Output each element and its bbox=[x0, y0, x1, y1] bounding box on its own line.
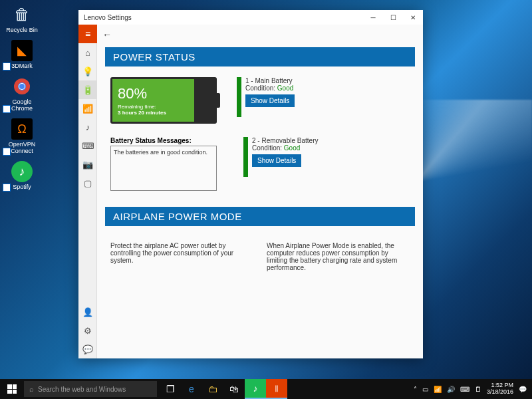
task-view-icon[interactable]: ❐ bbox=[160, 379, 181, 399]
taskbar-explorer-icon[interactable]: 🗀 bbox=[202, 379, 223, 399]
status-messages-label: Battery Status Messages: bbox=[110, 137, 223, 144]
tray-battery-icon[interactable]: ▭ bbox=[422, 386, 428, 393]
show-details-button-removable[interactable]: Show Details bbox=[252, 154, 301, 167]
clock[interactable]: 1:52 PM 3/18/2016 bbox=[487, 382, 513, 396]
system-tray: ˄ ▭ 📶 🔊 ⌨ 🗒 1:52 PM 3/18/2016 💬 bbox=[408, 382, 532, 396]
sidebar-tips-icon[interactable]: 💡 bbox=[78, 62, 97, 80]
sidebar-power-icon[interactable]: 🔋 bbox=[78, 80, 97, 99]
battery-percent: 80% bbox=[118, 85, 189, 102]
desktop-icon-openvpn[interactable]: Ω OpenVPN Connect bbox=[3, 117, 41, 156]
search-icon: ⌕ bbox=[29, 385, 34, 393]
taskbar-lenovo-icon[interactable]: ⦀ bbox=[266, 379, 287, 399]
start-button[interactable] bbox=[0, 379, 24, 399]
svg-point-3 bbox=[19, 84, 25, 89]
clock-date: 3/18/2016 bbox=[487, 389, 513, 396]
condition-value: Good bbox=[277, 84, 293, 92]
sidebar-input-icon[interactable]: ⌨ bbox=[78, 136, 97, 155]
sidebar-home-icon[interactable]: ⌂ bbox=[78, 43, 97, 62]
battery-remaining-time: 3 hours 20 minutes bbox=[118, 110, 189, 116]
content-area: ← POWER STATUS 80% Remaining time: 3 hou… bbox=[97, 25, 423, 358]
main-battery-info: 1 - Main Battery Condition: Good Show De… bbox=[237, 77, 295, 124]
desktop-icon-3dmark[interactable]: ◣ 3DMark bbox=[3, 39, 41, 70]
main-battery-title: 1 - Main Battery bbox=[245, 77, 295, 84]
chrome-icon bbox=[11, 76, 33, 97]
app-window: Lenovo Settings ─ ☐ ✕ ≡ ⌂ 💡 🔋 📶 ♪ ⌨ 📷 ▢ … bbox=[78, 10, 423, 358]
search-box[interactable]: ⌕ Search the web and Windows bbox=[24, 381, 157, 397]
desktop-icon-chrome[interactable]: Google Chrome bbox=[3, 74, 41, 113]
airplane-desc-left: Protect the airplane AC power outlet by … bbox=[110, 242, 253, 271]
condition-value: Good bbox=[284, 144, 300, 152]
status-messages-text: The batteries are in good condition. bbox=[114, 149, 207, 156]
section-header-power: POWER STATUS bbox=[105, 47, 415, 66]
sidebar-network-icon[interactable]: 📶 bbox=[78, 99, 97, 118]
section-header-airplane: AIRPLANE POWER MODE bbox=[105, 207, 415, 226]
close-button[interactable]: ✕ bbox=[403, 10, 423, 25]
sidebar-settings-icon[interactable]: ⚙ bbox=[78, 321, 97, 340]
desktop-icon-label: Spotify bbox=[13, 184, 31, 190]
airplane-desc-right: When Airplane Power Mode is enabled, the… bbox=[267, 242, 410, 271]
condition-label: Condition: bbox=[252, 144, 284, 152]
battery-remaining-label: Remaining time: bbox=[118, 104, 189, 110]
sidebar-camera-icon[interactable]: 📷 bbox=[78, 155, 97, 174]
minimize-button[interactable]: ─ bbox=[363, 10, 383, 25]
3dmark-icon: ◣ bbox=[11, 40, 33, 61]
taskbar-edge-icon[interactable]: e bbox=[181, 379, 202, 399]
show-details-button-main[interactable]: Show Details bbox=[245, 94, 295, 107]
removable-battery-title: 2 - Removable Battery bbox=[252, 137, 319, 144]
taskbar-store-icon[interactable]: 🛍 bbox=[223, 379, 245, 399]
desktop-icon-label: Recycle Bin bbox=[6, 27, 38, 33]
tray-chevron-icon[interactable]: ˄ bbox=[414, 386, 417, 393]
sidebar-feedback-icon[interactable]: 💬 bbox=[78, 340, 97, 358]
sidebar-display-icon[interactable]: ▢ bbox=[78, 174, 97, 192]
titlebar[interactable]: Lenovo Settings ─ ☐ ✕ bbox=[78, 10, 423, 25]
battery-visual: 80% Remaining time: 3 hours 20 minutes bbox=[110, 77, 217, 124]
tray-notes-icon[interactable]: 🗒 bbox=[475, 386, 481, 393]
desktop-icon-label: OpenVPN Connect bbox=[4, 141, 40, 154]
tray-volume-icon[interactable]: 🔊 bbox=[447, 386, 455, 393]
maximize-button[interactable]: ☐ bbox=[383, 10, 403, 25]
hamburger-menu[interactable]: ≡ bbox=[78, 25, 97, 43]
notifications-icon[interactable]: 💬 bbox=[519, 386, 527, 393]
sidebar-user-icon[interactable]: 👤 bbox=[78, 303, 97, 321]
taskbar-spotify-icon[interactable]: ♪ bbox=[245, 379, 266, 399]
desktop-icon-label: Google Chrome bbox=[4, 98, 40, 112]
desktop-icon-spotify[interactable]: ♪ Spotify bbox=[3, 160, 41, 192]
openvpn-icon: Ω bbox=[11, 118, 33, 140]
sidebar-audio-icon[interactable]: ♪ bbox=[78, 118, 97, 136]
status-messages-box: The batteries are in good condition. bbox=[110, 146, 217, 191]
windows-logo-icon bbox=[7, 384, 17, 394]
condition-label: Condition: bbox=[245, 84, 277, 92]
taskbar: ⌕ Search the web and Windows ❐ e 🗀 🛍 ♪ ⦀… bbox=[0, 379, 532, 399]
sidebar: ≡ ⌂ 💡 🔋 📶 ♪ ⌨ 📷 ▢ 👤 ⚙ 💬 bbox=[78, 25, 97, 358]
airplane-description: Protect the airplane AC power outlet by … bbox=[97, 237, 423, 277]
desktop-icons: 🗑 Recycle Bin ◣ 3DMark Google Chrome Ω O… bbox=[3, 3, 41, 192]
removable-battery-info: 2 - Removable Battery Condition: Good Sh… bbox=[243, 137, 319, 191]
window-title: Lenovo Settings bbox=[84, 14, 132, 21]
tray-keyboard-icon[interactable]: ⌨ bbox=[460, 386, 469, 393]
search-placeholder: Search the web and Windows bbox=[38, 386, 126, 393]
tray-network-icon[interactable]: 📶 bbox=[434, 386, 442, 393]
desktop-icon-recycle-bin[interactable]: 🗑 Recycle Bin bbox=[3, 3, 41, 35]
battery-bar-icon bbox=[243, 137, 248, 177]
spotify-icon: ♪ bbox=[11, 161, 33, 182]
desktop-icon-label: 3DMark bbox=[11, 63, 33, 69]
recycle-bin-icon: 🗑 bbox=[11, 4, 33, 25]
battery-fill: 80% Remaining time: 3 hours 20 minutes bbox=[112, 79, 194, 122]
battery-bar-icon bbox=[237, 77, 241, 117]
back-button[interactable]: ← bbox=[102, 29, 112, 40]
